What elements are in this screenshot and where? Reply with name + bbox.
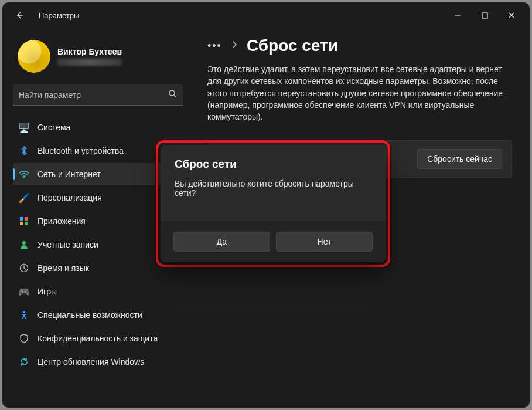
nav-gaming[interactable]: 🎮 Игры (13, 280, 183, 303)
page-title: Сброс сети (247, 36, 338, 55)
reset-now-button[interactable]: Сбросить сейчас (417, 149, 502, 169)
person-icon (19, 239, 29, 250)
svg-rect-6 (25, 217, 28, 221)
update-icon (19, 357, 29, 367)
dialog-highlight-frame: Сброс сети Вы действительно хотите сброс… (156, 140, 390, 267)
search-box[interactable] (13, 84, 183, 106)
nav-windows-update[interactable]: Центр обновления Windows (13, 351, 183, 373)
dialog-no-button[interactable]: Нет (276, 232, 373, 252)
nav-label: Центр обновления Windows (37, 357, 144, 367)
apps-icon (19, 216, 29, 226)
svg-point-2 (169, 90, 175, 96)
avatar (18, 40, 50, 73)
nav-label: Специальные возможности (37, 310, 142, 320)
svg-rect-7 (20, 222, 23, 225)
svg-rect-5 (20, 217, 23, 221)
nav-label: Учетные записи (37, 240, 98, 249)
nav-system[interactable]: 🖥️ Система (13, 116, 183, 138)
chevron-right-icon (231, 40, 237, 51)
accessibility-icon (19, 310, 29, 320)
minimize-button[interactable] (444, 5, 471, 25)
svg-line-3 (174, 95, 176, 97)
window-title: Параметры (39, 11, 79, 20)
profile-block[interactable]: Виктор Бухтеев (13, 34, 183, 82)
nav-label: Игры (37, 287, 57, 296)
display-icon: 🖥️ (19, 122, 29, 133)
profile-name: Виктор Бухтеев (57, 47, 122, 56)
maximize-button[interactable] (471, 5, 498, 25)
svg-rect-8 (25, 222, 28, 225)
svg-point-11 (23, 311, 25, 313)
confirm-dialog: Сброс сети Вы действительно хотите сброс… (161, 145, 386, 262)
breadcrumb: ••• Сброс сети (207, 36, 514, 55)
search-input[interactable] (19, 90, 168, 100)
dialog-title: Сброс сети (175, 158, 371, 171)
profile-email-blurred (57, 59, 122, 66)
svg-rect-1 (482, 13, 487, 18)
nav-label: Сеть и Интернет (37, 170, 101, 179)
nav-privacy[interactable]: Конфиденциальность и защита (13, 327, 183, 350)
clock-globe-icon (19, 263, 29, 273)
brush-icon: 🖌️ (19, 192, 29, 203)
page-description: Это действие удалит, а затем переустанов… (207, 63, 514, 123)
nav-label: Система (37, 123, 70, 132)
shield-icon (19, 333, 29, 344)
breadcrumb-overflow[interactable]: ••• (207, 40, 222, 52)
settings-window: Параметры Виктор Бухтеев (2, 2, 530, 408)
svg-point-4 (23, 177, 25, 178)
nav-label: Время и язык (37, 263, 89, 273)
svg-point-9 (22, 241, 26, 245)
bluetooth-icon (19, 145, 29, 156)
nav-label: Персонализация (37, 193, 102, 202)
gamepad-icon: 🎮 (19, 286, 29, 297)
nav-label: Приложения (37, 216, 86, 226)
dialog-message: Вы действительно хотите сбросить парамет… (175, 179, 371, 198)
titlebar: Параметры (2, 2, 530, 28)
back-button[interactable] (11, 6, 28, 24)
search-icon (168, 89, 177, 100)
nav-label: Bluetooth и устройства (37, 146, 124, 155)
nav-label: Конфиденциальность и защита (37, 334, 158, 343)
wifi-icon (19, 169, 29, 179)
dialog-yes-button[interactable]: Да (173, 232, 270, 252)
close-button[interactable] (498, 5, 525, 25)
nav-accessibility[interactable]: Специальные возможности (13, 304, 183, 326)
